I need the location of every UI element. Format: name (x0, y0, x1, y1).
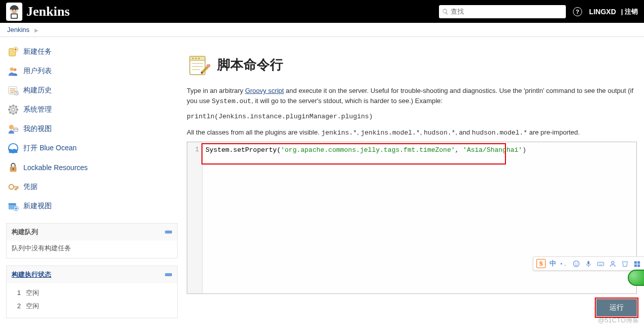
sidebar-item-label: 新建视图 (23, 202, 52, 211)
editor-gutter: 1 (187, 142, 202, 293)
toolbox-icon[interactable] (633, 259, 641, 268)
sidebar-item-label: 新建任务 (23, 47, 52, 56)
executors-body: 1 空闲 2 空闲 (7, 283, 177, 318)
ime-language-indicator[interactable]: 中 (550, 259, 556, 268)
collapse-icon[interactable] (165, 273, 172, 276)
executor-number: 1 (12, 289, 21, 297)
sidebar-item-label: 打开 Blue Ocean (23, 144, 77, 153)
sidebar-item-new-view[interactable]: 新建视图 (4, 196, 180, 216)
main-content: 脚本命令行 Type in an arbitrary Groovy script… (184, 37, 644, 323)
executors-panel: 构建执行状态 1 空闲 2 空闲 (6, 266, 178, 318)
sidebar-item-label: Lockable Resources (23, 163, 88, 172)
sidebar: 新建任务 用户列表 构建历史 系统管理 我的视图 打开 Blue Ocean (0, 37, 184, 323)
sidebar-item-my-views[interactable]: 我的视图 (4, 119, 180, 139)
svg-rect-2 (12, 14, 17, 18)
build-queue-title: 构建队列 (12, 227, 38, 237)
keyboard-icon[interactable] (596, 259, 604, 268)
brand-text: Jenkins (26, 4, 70, 19)
build-history-icon (7, 84, 19, 96)
svg-rect-42 (587, 260, 589, 264)
ime-punctuation-indicator[interactable]: •， (560, 260, 568, 268)
sidebar-item-lockable-resources[interactable]: Lockable Resources (4, 158, 180, 177)
microphone-icon[interactable] (584, 259, 592, 268)
sidebar-item-build-history[interactable]: 构建历史 (4, 81, 180, 100)
people-icon (7, 65, 19, 77)
sidebar-nav: 新建任务 用户列表 构建历史 系统管理 我的视图 打开 Blue Ocean (4, 42, 180, 216)
svg-rect-50 (634, 261, 636, 264)
svg-point-8 (14, 69, 16, 72)
svg-point-12 (12, 108, 15, 111)
example-code: println(Jenkins.instance.pluginManager.p… (187, 113, 637, 120)
new-view-icon (7, 200, 19, 212)
sidebar-item-new-item[interactable]: 新建任务 (4, 42, 180, 61)
sogou-ime-icon[interactable]: S (536, 259, 546, 268)
svg-point-41 (577, 263, 578, 264)
svg-point-26 (13, 168, 14, 170)
line-number: 1 (187, 146, 199, 153)
executor-status: 空闲 (26, 289, 39, 297)
floating-assistant-icon[interactable] (628, 270, 644, 286)
ime-toolbar[interactable]: S 中 •， (533, 256, 644, 271)
svg-rect-51 (637, 261, 640, 264)
breadcrumb-root[interactable]: Jenkins (7, 26, 29, 34)
user-icon[interactable] (608, 259, 617, 268)
sidebar-item-label: 凭据 (23, 182, 38, 191)
emoji-icon[interactable] (572, 259, 580, 268)
svg-rect-43 (597, 262, 604, 266)
classes-note: All the classes from all the plugins are… (187, 128, 637, 137)
my-views-icon (7, 123, 19, 135)
sidebar-item-label: 我的视图 (23, 124, 52, 134)
sidebar-item-people[interactable]: 用户列表 (4, 61, 180, 81)
svg-point-39 (573, 260, 579, 266)
executors-title[interactable]: 构建执行状态 (12, 270, 51, 279)
jenkins-logo-icon (6, 3, 22, 21)
logout-link[interactable]: 注销 (621, 7, 638, 16)
svg-point-34 (195, 57, 196, 59)
sidebar-item-label: 构建历史 (23, 86, 52, 95)
script-console-icon (187, 52, 211, 77)
svg-point-49 (612, 261, 614, 264)
executor-row: 1 空闲 (12, 286, 172, 300)
executor-row: 2 空闲 (12, 300, 172, 313)
svg-rect-53 (637, 264, 640, 267)
blueocean-icon (7, 142, 19, 154)
executor-status: 空闲 (26, 302, 39, 310)
svg-point-4 (15, 9, 16, 10)
svg-point-3 (12, 9, 13, 10)
script-editor[interactable]: 1 System.setProperty('org.apache.commons… (187, 142, 637, 294)
sidebar-item-label: 系统管理 (23, 105, 52, 114)
sidebar-item-label: 用户列表 (23, 67, 52, 76)
breadcrumb: Jenkins ▶ (0, 23, 644, 37)
svg-point-21 (9, 125, 14, 129)
svg-point-7 (10, 68, 14, 71)
svg-point-33 (192, 57, 193, 59)
collapse-icon[interactable] (165, 231, 172, 234)
svg-point-40 (574, 263, 575, 264)
sidebar-item-blueocean[interactable]: 打开 Blue Ocean (4, 139, 180, 158)
breadcrumb-separator-icon: ▶ (35, 27, 39, 33)
executor-number: 2 (12, 302, 21, 310)
credentials-icon (7, 181, 19, 193)
search-box[interactable] (439, 5, 566, 18)
help-icon[interactable]: ? (573, 7, 582, 16)
svg-point-35 (198, 57, 199, 59)
top-header: Jenkins ? LINGXD 注销 (0, 0, 644, 23)
search-icon (442, 8, 449, 15)
sidebar-item-credentials[interactable]: 凭据 (4, 177, 180, 196)
run-button[interactable]: 运行 (596, 299, 637, 316)
skin-icon[interactable] (621, 259, 629, 268)
sidebar-item-manage[interactable]: 系统管理 (4, 100, 180, 119)
groovy-script-link[interactable]: Groovy script (245, 87, 284, 94)
build-queue-body: 队列中没有构建任务 (7, 241, 177, 258)
description-text: Type in an arbitrary Groovy script and e… (187, 86, 637, 107)
new-item-icon (7, 46, 19, 58)
lock-icon (7, 161, 19, 174)
system-out-code: System.out (212, 97, 251, 105)
current-user-link[interactable]: LINGXD (589, 8, 616, 16)
build-queue-panel: 构建队列 队列中没有构建任务 (6, 223, 178, 258)
build-queue-empty: 队列中没有构建任务 (12, 244, 71, 252)
search-input[interactable] (451, 8, 563, 15)
brand-area[interactable]: Jenkins (6, 3, 70, 21)
gear-icon (7, 104, 19, 116)
svg-rect-52 (634, 264, 636, 267)
